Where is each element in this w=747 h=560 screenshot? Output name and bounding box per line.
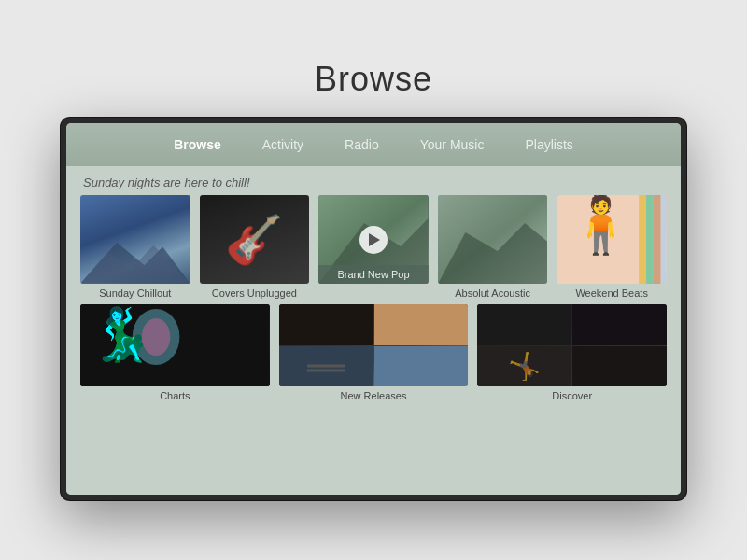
card-absolut-acoustic[interactable]: Absolut Acoustic (438, 195, 548, 301)
discover-cell-1 (477, 304, 571, 345)
discover-person-icon: 🤸 (508, 351, 541, 382)
discover-collage-grid: 🤸 (477, 304, 667, 386)
card-weekend-beats[interactable]: 🧍 Weekend Beats (557, 195, 667, 301)
card-discover-image: 🤸 (477, 304, 667, 386)
content-area: Sunday nights are here to chill! Sunday … (66, 166, 681, 495)
guitar-icon: 🎸 (225, 217, 283, 263)
svg-rect-10 (661, 195, 667, 284)
card-covers-image: 🎸 (200, 195, 310, 284)
collage-cell-4 (374, 346, 469, 387)
grid-row-1: Sunday Chillout 🎸 Covers Unplugged (66, 195, 681, 301)
card-brandnew-image: Brand New Pop (318, 195, 429, 284)
brandnew-label-overlay: Brand New Pop (318, 265, 429, 284)
guitar-overlay: 🎸 (200, 195, 310, 284)
card-sunday-image (80, 195, 190, 284)
card-new-releases[interactable]: New Releases (279, 304, 469, 403)
card-covers-unplugged[interactable]: 🎸 Covers Unplugged (200, 195, 310, 301)
svg-rect-9 (654, 195, 661, 284)
section-subtitle: Sunday nights are here to chill! (66, 166, 681, 195)
charts-icon: 💃 (90, 309, 154, 360)
person-icon: 🧍 (566, 197, 636, 253)
card-charts[interactable]: 💃 Charts (80, 304, 270, 403)
nav-activity[interactable]: Activity (242, 126, 324, 163)
device-frame: Browse Activity Radio Your Music Playlis… (61, 118, 686, 500)
collage-cell-3 (279, 346, 374, 387)
card-charts-image: 💃 (80, 304, 270, 386)
card-charts-label: Charts (80, 386, 270, 403)
discover-cell-2 (572, 304, 667, 345)
discover-cell-4 (572, 346, 667, 387)
card-newreleases-image (279, 304, 469, 386)
card-sunday-chillout[interactable]: Sunday Chillout (80, 195, 190, 301)
svg-rect-7 (640, 195, 647, 284)
play-button[interactable] (359, 226, 388, 254)
svg-rect-8 (646, 195, 654, 284)
collage-cell-1 (279, 304, 374, 345)
nav-radio[interactable]: Radio (324, 126, 400, 163)
play-icon (369, 233, 380, 246)
card-discover-label: Discover (477, 386, 667, 403)
discover-cell-3: 🤸 (477, 346, 571, 387)
card-weekend-image: 🧍 (557, 195, 667, 284)
nav-playlists[interactable]: Playlists (504, 126, 593, 163)
nav-bar: Browse Activity Radio Your Music Playlis… (66, 123, 681, 166)
card-absolut-image (438, 195, 548, 284)
card-covers-label: Covers Unplugged (200, 284, 310, 301)
nav-browse[interactable]: Browse (153, 126, 242, 163)
page-title: Browse (315, 60, 432, 99)
card-absolut-label: Absolut Acoustic (438, 284, 548, 301)
card-brand-new-pop[interactable]: Brand New Pop (318, 195, 429, 301)
card-discover[interactable]: 🤸 Discover (477, 304, 667, 403)
collage-cell-2 (374, 304, 469, 345)
grid-row-2: 💃 Charts (66, 304, 681, 403)
collage-grid (279, 304, 469, 386)
card-weekend-label: Weekend Beats (557, 284, 667, 301)
card-newreleases-label: New Releases (279, 386, 469, 403)
nav-your-music[interactable]: Your Music (400, 126, 505, 163)
device-screen: Browse Activity Radio Your Music Playlis… (66, 123, 681, 495)
card-sunday-label: Sunday Chillout (80, 284, 190, 301)
